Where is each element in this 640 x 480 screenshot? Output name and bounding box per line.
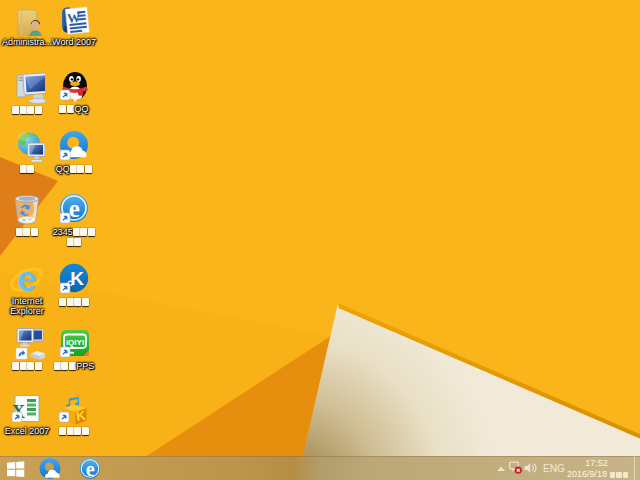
svg-text:e: e [69, 195, 80, 222]
svg-text:e: e [17, 262, 36, 295]
svg-text:iQIYI: iQIYI [66, 338, 84, 347]
svg-text:K: K [70, 268, 84, 289]
